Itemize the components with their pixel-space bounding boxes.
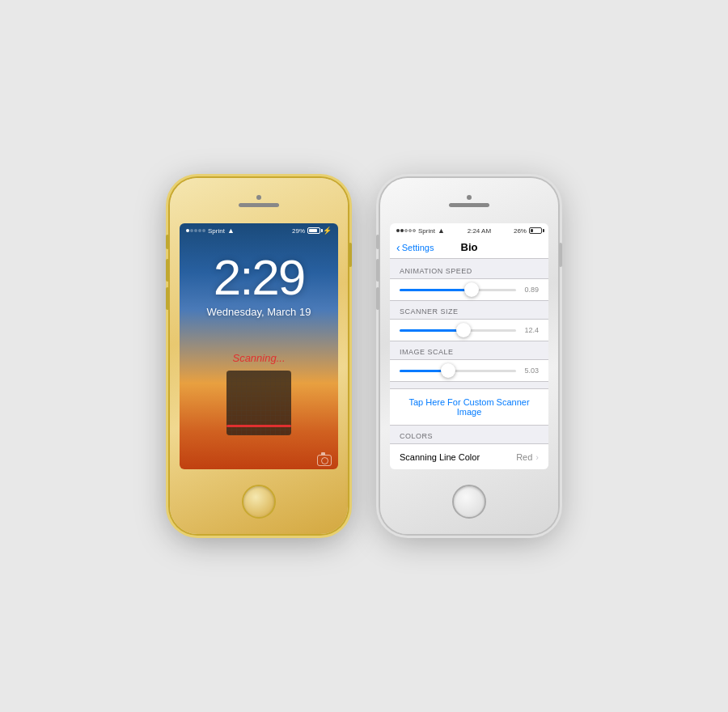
settings-screen: Sprint ▲ 2:24 AM 26% ‹ Settings Bio xyxy=(390,223,548,469)
image-scale-thumb[interactable] xyxy=(441,363,455,378)
scanner-size-slider-container: 12.4 xyxy=(400,326,539,334)
mute-button-2[interactable] xyxy=(376,235,379,249)
colors-card: Scanning Line Color Red › Scanning Text … xyxy=(390,443,548,469)
status-right: 29% ⚡ xyxy=(292,227,332,235)
tap-link-row[interactable]: Tap Here For Custom Scanner Image xyxy=(390,388,548,426)
signal-dot-1 xyxy=(186,229,189,232)
volume-down-button-2[interactable] xyxy=(376,287,379,310)
ss-dot-5 xyxy=(413,229,416,232)
image-scale-slider-container: 5.03 xyxy=(400,367,539,375)
ss-wifi-icon: ▲ xyxy=(438,227,445,235)
ss-battery-icon xyxy=(529,227,542,234)
scanning-line-color-label: Scanning Line Color xyxy=(400,452,480,462)
top-bezel xyxy=(170,178,348,223)
bottom-bezel-2 xyxy=(380,469,558,534)
signal-dot-3 xyxy=(194,229,197,232)
ss-carrier: Sprint xyxy=(418,227,435,235)
status-left: Sprint ▲ xyxy=(186,227,235,235)
image-scale-card: 5.03 xyxy=(390,359,548,382)
image-scale-header: IMAGE SCALE xyxy=(390,348,548,359)
scanner-line xyxy=(226,425,291,427)
image-scale-value: 5.03 xyxy=(521,367,539,375)
scanner-size-section: SCANNER SIZE 12.4 xyxy=(390,307,548,341)
mute-button[interactable] xyxy=(166,235,169,249)
settings-status-bar: Sprint ▲ 2:24 AM 26% xyxy=(390,223,548,236)
lock-date: Wednesday, March 19 xyxy=(207,306,311,318)
nav-bar: ‹ Settings Bio xyxy=(390,236,548,259)
signal-dots xyxy=(186,229,205,232)
ss-status-right: 26% xyxy=(514,227,542,235)
scanner-area: Scanning... xyxy=(180,352,338,451)
home-button[interactable] xyxy=(242,485,276,519)
signal-dot-4 xyxy=(198,229,201,232)
camera-icon[interactable] xyxy=(317,455,332,466)
time-area: 2:29 Wednesday, March 19 xyxy=(180,236,338,352)
scanner-box xyxy=(226,371,291,435)
scanner-size-card: 12.4 xyxy=(390,319,548,341)
phone-settings: Sprint ▲ 2:24 AM 26% ‹ Settings Bio xyxy=(380,178,558,534)
animation-speed-section: ANIMATION SPEED 0.89 xyxy=(390,267,548,301)
speaker-2 xyxy=(449,203,489,207)
animation-speed-slider-container: 0.89 xyxy=(400,286,539,294)
ss-signal-dots xyxy=(396,229,416,232)
ss-battery-fill xyxy=(531,229,533,232)
animation-speed-fill xyxy=(400,289,472,291)
scanning-text: Scanning... xyxy=(232,352,285,364)
scanning-line-color-value: Red xyxy=(516,452,532,462)
scanner-size-value: 12.4 xyxy=(521,326,539,334)
scanning-line-chevron-icon: › xyxy=(535,452,539,462)
lockscreen-bottom-icons xyxy=(180,451,338,469)
battery-fill xyxy=(309,229,317,232)
back-chevron-icon: ‹ xyxy=(396,242,400,253)
ss-dot-2 xyxy=(400,229,404,232)
scanner-size-row: 12.4 xyxy=(390,320,548,341)
ss-status-left: Sprint ▲ xyxy=(396,227,445,235)
ss-dot-1 xyxy=(396,229,400,232)
animation-speed-track xyxy=(400,289,516,291)
carrier-label: Sprint xyxy=(208,227,225,235)
tap-link-label[interactable]: Tap Here For Custom Scanner Image xyxy=(400,397,539,417)
front-camera-2 xyxy=(467,195,472,200)
wifi-icon: ▲ xyxy=(227,227,235,235)
scanner-size-header: SCANNER SIZE xyxy=(390,307,548,319)
settings-content: ANIMATION SPEED 0.89 xyxy=(390,259,548,469)
image-scale-row: 5.03 xyxy=(390,360,548,381)
ss-dot-3 xyxy=(404,229,408,232)
speaker xyxy=(239,203,279,207)
battery-percent: 29% xyxy=(292,227,305,235)
scanning-line-color-row[interactable]: Scanning Line Color Red › xyxy=(390,444,548,469)
signal-dot-2 xyxy=(190,229,193,232)
power-button-2[interactable] xyxy=(559,243,562,267)
nav-title: Bio xyxy=(445,241,493,253)
scanning-line-color-right: Red › xyxy=(516,452,539,462)
animation-speed-value: 0.89 xyxy=(521,286,539,294)
volume-up-button[interactable] xyxy=(166,259,169,282)
phone-lockscreen: Sprint ▲ 29% ⚡ 2:29 Wednesday, March 19 xyxy=(170,178,348,534)
top-bezel-2 xyxy=(380,178,558,223)
animation-speed-thumb[interactable] xyxy=(464,282,479,297)
colors-header: COLORS xyxy=(390,432,548,443)
battery-icon xyxy=(307,227,320,234)
image-scale-track xyxy=(400,370,516,372)
scanner-size-track xyxy=(400,329,516,332)
signal-dot-5 xyxy=(202,229,205,232)
ss-dot-4 xyxy=(408,229,412,232)
lock-time: 2:29 xyxy=(214,252,305,303)
back-button[interactable]: ‹ Settings xyxy=(396,242,445,253)
animation-speed-card: 0.89 xyxy=(390,278,548,301)
lightning-icon: ⚡ xyxy=(323,227,332,235)
home-button-2[interactable] xyxy=(452,485,486,519)
ss-time: 2:24 AM xyxy=(468,227,491,235)
volume-down-button[interactable] xyxy=(166,287,169,310)
volume-up-button-2[interactable] xyxy=(376,259,379,282)
image-scale-section: IMAGE SCALE 5.03 xyxy=(390,348,548,382)
back-label: Settings xyxy=(402,243,434,252)
status-bar: Sprint ▲ 29% ⚡ xyxy=(180,223,338,236)
colors-section: COLORS Scanning Line Color Red › Scannin… xyxy=(390,432,548,469)
power-button[interactable] xyxy=(349,243,352,267)
animation-speed-header: ANIMATION SPEED xyxy=(390,267,548,278)
front-camera xyxy=(256,195,261,200)
scanner-size-thumb[interactable] xyxy=(456,323,471,337)
animation-speed-row: 0.89 xyxy=(390,279,548,300)
bottom-bezel xyxy=(170,469,348,534)
